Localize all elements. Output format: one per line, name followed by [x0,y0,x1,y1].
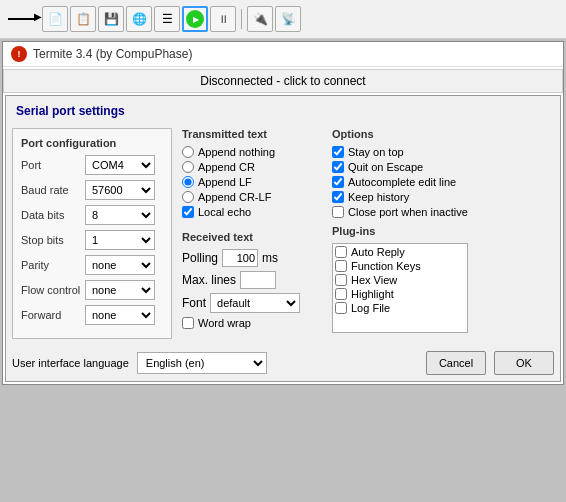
stopbits-row: Stop bits 1 [21,230,163,250]
radio-append-nothing: Append nothing [182,146,322,158]
plugin-function-keys: Function Keys [335,260,465,272]
received-text-section: Received text Polling ms Max. lines Font… [182,231,322,332]
port-label: Port [21,159,81,171]
databits-select[interactable]: 8 [85,205,155,225]
arrow-line [8,18,36,20]
stay-on-top-checkbox[interactable] [332,146,344,158]
radio-append-lf-input[interactable] [182,176,194,188]
connect-button[interactable]: 🔌 [247,6,273,32]
language-label: User interface language [12,357,129,369]
ok-button[interactable]: OK [494,351,554,375]
connect-icon: 🔌 [253,12,268,26]
new-doc-button-1[interactable]: 📄 [42,6,68,32]
polling-input[interactable] [222,249,258,267]
transmitted-text-section: Transmitted text Append nothing Append C… [182,128,322,221]
pause-button[interactable]: ⏸ [210,6,236,32]
pause-icon: ⏸ [218,13,229,25]
max-lines-label: Max. lines [182,273,236,287]
autocomplete-label: Autocomplete edit line [348,176,456,188]
forward-row: Forward none [21,305,163,325]
word-wrap-row: Word wrap [182,317,322,329]
save-icon: 💾 [104,12,119,26]
baud-row: Baud rate 57600 [21,180,163,200]
quit-on-escape-label: Quit on Escape [348,161,423,173]
radio-append-cr-label: Append CR [198,161,255,173]
port-config-section: Port configuration Port COM4 Baud rate 5… [12,128,172,339]
baud-label: Baud rate [21,184,81,196]
transmitted-label: Transmitted text [182,128,322,140]
new-doc-button-2[interactable]: 📋 [70,6,96,32]
databits-row: Data bits 8 [21,205,163,225]
main-window: ! Termite 3.4 (by CompuPhase) Disconnect… [2,41,564,385]
language-select[interactable]: English (en) [137,352,267,374]
quit-on-escape-checkbox[interactable] [332,161,344,173]
keep-history-label: Keep history [348,191,409,203]
forward-label: Forward [21,309,81,321]
plugin-highlight: Highlight [335,288,465,300]
font-select[interactable]: default [210,293,300,313]
connect2-icon: 📡 [281,12,296,26]
network-button[interactable]: 🌐 [126,6,152,32]
port-row: Port COM4 [21,155,163,175]
stopbits-select[interactable]: 1 [85,230,155,250]
stopbits-label: Stop bits [21,234,81,246]
received-label: Received text [182,231,322,243]
title-bar: ! Termite 3.4 (by CompuPhase) [3,42,563,67]
baud-select[interactable]: 57600 [85,180,155,200]
max-lines-row: Max. lines [182,271,322,289]
radio-append-cr: Append CR [182,161,322,173]
port-config-label: Port configuration [21,137,163,149]
forward-select[interactable]: none [85,305,155,325]
connect2-button[interactable]: 📡 [275,6,301,32]
radio-append-crlf: Append CR-LF [182,191,322,203]
parity-select[interactable]: none [85,255,155,275]
flowcontrol-select[interactable]: none [85,280,155,300]
auto-reply-checkbox[interactable] [335,246,347,258]
connection-bar[interactable]: Disconnected - click to connect [3,69,563,93]
radio-append-crlf-input[interactable] [182,191,194,203]
options-section: Options Stay on top Quit on Escape Autoc… [332,128,468,221]
function-keys-checkbox[interactable] [335,260,347,272]
highlight-checkbox[interactable] [335,288,347,300]
list-button[interactable]: ☰ [154,6,180,32]
flowcontrol-label: Flow control [21,284,81,296]
word-wrap-checkbox[interactable] [182,317,194,329]
keep-history-checkbox[interactable] [332,191,344,203]
polling-unit: ms [262,251,278,265]
auto-reply-label: Auto Reply [351,246,405,258]
app-icon: ! [11,46,27,62]
serial-port-dialog: Serial port settings Port configuration … [5,95,561,382]
arrow-indicator [8,18,36,20]
right-col: Options Stay on top Quit on Escape Autoc… [332,128,468,343]
connection-status: Disconnected - click to connect [200,74,365,88]
parity-label: Parity [21,259,81,271]
radio-append-lf-label: Append LF [198,176,252,188]
port-select[interactable]: COM4 [85,155,155,175]
toolbar-separator [241,9,242,29]
plugins-list[interactable]: Auto Reply Function Keys Hex View H [332,243,468,333]
flowcontrol-row: Flow control none [21,280,163,300]
play-icon [186,10,204,28]
radio-append-nothing-label: Append nothing [198,146,275,158]
parity-row: Parity none [21,255,163,275]
word-wrap-label: Word wrap [198,317,251,329]
radio-append-nothing-input[interactable] [182,146,194,158]
play-button[interactable] [182,6,208,32]
close-port-checkbox[interactable] [332,206,344,218]
plugin-hex-view: Hex View [335,274,465,286]
app-title: Termite 3.4 (by CompuPhase) [33,47,192,61]
cancel-button[interactable]: Cancel [426,351,486,375]
autocomplete-checkbox[interactable] [332,176,344,188]
max-lines-input[interactable] [240,271,276,289]
autocomplete-row: Autocomplete edit line [332,176,468,188]
hex-view-checkbox[interactable] [335,274,347,286]
keep-history-row: Keep history [332,191,468,203]
radio-append-lf: Append LF [182,176,322,188]
radio-append-cr-input[interactable] [182,161,194,173]
polling-row: Polling ms [182,249,322,267]
save-button[interactable]: 💾 [98,6,124,32]
plugins-label: Plug-ins [332,225,468,237]
function-keys-label: Function Keys [351,260,421,272]
local-echo-checkbox[interactable] [182,206,194,218]
log-file-checkbox[interactable] [335,302,347,314]
